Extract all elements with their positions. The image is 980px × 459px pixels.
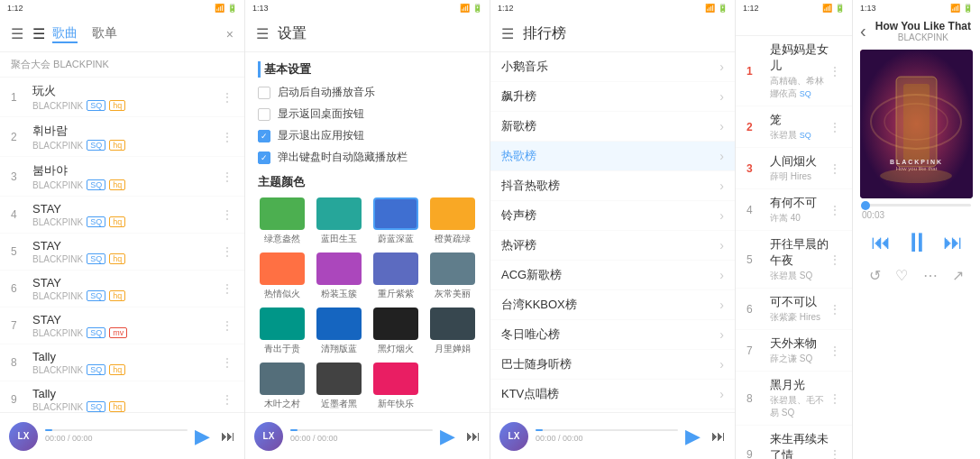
play-btn-2[interactable]: ▶ — [440, 425, 455, 448]
song-item-6[interactable]: 6 STAY BLACKPINK SQ hq ⋮ — [0, 271, 244, 308]
more-btn-7[interactable]: ⋮ — [221, 318, 234, 333]
progress-bar-1[interactable] — [45, 429, 188, 431]
chart-item-2[interactable]: 新歌榜 › — [490, 112, 735, 142]
repeat-btn[interactable]: ↺ — [869, 267, 881, 284]
rank-item-2[interactable]: 2 笼 张碧晨 SQ ⋮ — [736, 106, 852, 148]
color-item-11[interactable]: 月里婵娟 — [427, 308, 477, 355]
more-btn-9[interactable]: ⋮ — [221, 392, 234, 407]
song-item-4[interactable]: 4 STAY BLACKPINK SQ hq ⋮ — [0, 197, 244, 234]
rank-item-6[interactable]: 6 可不可以 张紫豪 Hires ⋮ — [736, 289, 852, 330]
chart-item-7[interactable]: ACG新歌榜 › — [490, 261, 735, 290]
color-item-6[interactable]: 重斤紫紫 — [371, 252, 421, 300]
color-item-5[interactable]: 粉装玉簇 — [315, 252, 364, 300]
chart-more-6[interactable]: › — [719, 238, 724, 252]
skip-btn-1[interactable]: ⏭ — [221, 428, 235, 445]
song-item-8[interactable]: 8 Tally BLACKPINK SQ hq ⋮ — [0, 344, 244, 381]
more-btn-8[interactable]: ⋮ — [221, 355, 234, 370]
color-item-14[interactable]: 新年快乐 — [371, 363, 421, 410]
rank-item-1[interactable]: 1 是妈妈是女儿 高精确、希林娜依高 SQ ⋮ — [736, 36, 852, 106]
rank-more-3[interactable]: ⋮ — [829, 161, 841, 176]
more-extra-btn[interactable]: ⋯ — [923, 267, 938, 284]
rank-more-8[interactable]: ⋮ — [829, 391, 841, 406]
rank-more-1[interactable]: ⋮ — [829, 64, 841, 78]
chart-item-9[interactable]: 冬日唯心榜 › — [490, 320, 735, 350]
chart-more-5[interactable]: › — [719, 208, 724, 223]
more-btn-4[interactable]: ⋮ — [221, 207, 234, 222]
tab-playlists[interactable]: 歌单 — [92, 25, 117, 43]
color-item-7[interactable]: 灰常美丽 — [427, 252, 477, 300]
chart-item-10[interactable]: 巴士随身听榜 › — [490, 350, 735, 380]
chart-item-4[interactable]: 抖音热歌榜 › — [490, 171, 735, 201]
back-icon[interactable]: ‹ — [860, 21, 866, 41]
check-item-1[interactable]: 启动后自动播放音乐 — [258, 85, 477, 100]
menu-icon-1[interactable]: ☰ — [11, 25, 23, 42]
song-item-9[interactable]: 9 Tally BLACKPINK SQ hq ⋮ — [0, 381, 244, 412]
play-btn-1[interactable]: ▶ — [195, 425, 210, 448]
rank-item-4[interactable]: 4 有何不可 许嵩 40 ⋮ — [736, 189, 852, 231]
color-item-3[interactable]: 橙黄疏绿 — [427, 197, 477, 245]
chart-item-8[interactable]: 台湾KKBOX榜 › — [490, 290, 735, 320]
color-item-4[interactable]: 热情似火 — [258, 252, 307, 300]
color-item-10[interactable]: 黑灯烟火 — [371, 308, 421, 355]
checkbox-4[interactable] — [258, 151, 270, 164]
chart-more-8[interactable]: › — [719, 298, 724, 312]
checkbox-3[interactable] — [258, 130, 270, 142]
check-item-2[interactable]: 显示返回桌面按钮 — [258, 106, 477, 122]
chart-item-3[interactable]: 热歌榜 › — [490, 142, 735, 171]
rank-item-8[interactable]: 8 黑月光 张碧晨、毛不易 SQ ⋮ — [736, 372, 852, 426]
rank-more-4[interactable]: ⋮ — [829, 203, 841, 217]
rank-more-2[interactable]: ⋮ — [829, 120, 841, 134]
next-btn[interactable]: ⏭ — [943, 231, 963, 254]
chart-more-4[interactable]: › — [719, 179, 724, 193]
check-item-3[interactable]: 显示退出应用按钮 — [258, 128, 477, 143]
close-icon-1[interactable]: × — [226, 27, 234, 41]
rank-more-9[interactable]: ⋮ — [829, 447, 841, 460]
more-btn-6[interactable]: ⋮ — [221, 281, 234, 296]
progress-bar-2[interactable] — [290, 429, 433, 431]
check-item-4[interactable]: 弹出键盘时自动隐藏播放栏 — [258, 150, 477, 165]
play-btn-3[interactable]: ▶ — [685, 425, 701, 448]
rank-item-5[interactable]: 5 开往早晨的午夜 张碧晨 SQ ⋮ — [736, 231, 852, 289]
chart-more-9[interactable]: › — [719, 327, 724, 342]
prev-btn[interactable]: ⏮ — [871, 231, 891, 254]
chart-more-3[interactable]: › — [719, 149, 724, 163]
chart-item-5[interactable]: 铃声榜 › — [490, 201, 735, 231]
color-item-2[interactable]: 蔚蓝深蓝 — [371, 197, 421, 245]
color-item-12[interactable]: 木叶之村 — [258, 363, 307, 410]
chart-more-11[interactable]: › — [719, 387, 724, 401]
main-progress-bar[interactable] — [862, 204, 971, 207]
progress-bar-3[interactable] — [536, 429, 678, 431]
chart-more-0[interactable]: › — [719, 60, 724, 74]
checkbox-1[interactable] — [258, 87, 270, 99]
rank-item-7[interactable]: 7 天外来物 薛之谦 SQ ⋮ — [736, 330, 852, 372]
more-btn-3[interactable]: ⋮ — [221, 170, 234, 184]
song-item-5[interactable]: 5 STAY BLACKPINK SQ hq ⋮ — [0, 234, 244, 271]
more-btn-1[interactable]: ⋮ — [221, 90, 234, 105]
menu-icon-2[interactable]: ☰ — [256, 25, 269, 42]
color-item-9[interactable]: 清翔版蓝 — [315, 308, 364, 355]
song-item-7[interactable]: 7 STAY BLACKPINK SQ mv ⋮ — [0, 308, 244, 344]
tab-songs[interactable]: 歌曲 — [52, 25, 78, 43]
menu-icon-3[interactable]: ☰ — [501, 25, 514, 42]
song-item-2[interactable]: 2 휘바람 BLACKPINK SQ hq ⋮ — [0, 117, 244, 157]
color-item-0[interactable]: 绿意盎然 — [258, 197, 307, 245]
like-btn[interactable]: ♡ — [895, 267, 908, 284]
checkbox-2[interactable] — [258, 108, 270, 121]
rank-more-7[interactable]: ⋮ — [829, 344, 841, 358]
color-item-13[interactable]: 近墨者黑 — [315, 363, 364, 410]
chart-more-2[interactable]: › — [719, 119, 724, 133]
more-btn-5[interactable]: ⋮ — [221, 244, 234, 259]
rank-more-6[interactable]: ⋮ — [829, 302, 841, 317]
chart-more-10[interactable]: › — [719, 357, 724, 372]
song-item-3[interactable]: 3 붐바야 BLACKPINK SQ hq ⋮ — [0, 157, 244, 197]
rank-more-5[interactable]: ⋮ — [829, 252, 841, 267]
chart-item-1[interactable]: 飙升榜 › — [490, 82, 735, 112]
chart-more-7[interactable]: › — [719, 268, 724, 282]
play-pause-btn[interactable]: ⏸ — [903, 227, 930, 258]
skip-btn-2[interactable]: ⏭ — [466, 428, 481, 445]
share-btn[interactable]: ↗ — [952, 267, 964, 284]
rank-item-9[interactable]: 9 来生再续未了情 当忆音 SQ ⋮ — [736, 426, 852, 459]
chart-item-11[interactable]: KTV点唱榜 › — [490, 380, 735, 409]
color-item-8[interactable]: 青出于贵 — [258, 308, 307, 355]
song-item-1[interactable]: 1 玩火 BLACKPINK SQ hq ⋮ — [0, 78, 244, 117]
